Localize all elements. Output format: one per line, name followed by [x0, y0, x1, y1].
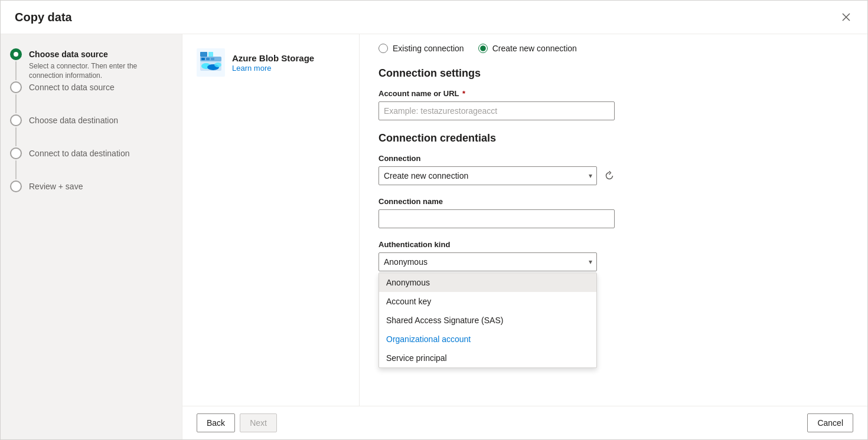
step-1-subtitle: Select a connector. Then enter the conne… — [29, 61, 172, 80]
footer-left: Back Next — [197, 413, 277, 432]
step-connect-data-source: Connect to data source — [10, 81, 172, 114]
svg-rect-5 — [211, 58, 214, 60]
dialog-title: Copy data — [15, 11, 72, 24]
main-content: Azure Blob Storage Learn more Existing c… — [182, 34, 867, 439]
new-connection-radio[interactable] — [478, 44, 488, 53]
step-choose-data-source: Choose data source Select a connector. T… — [10, 48, 172, 81]
step-connector-2 — [15, 94, 17, 113]
step-3-title: Choose data destination — [29, 114, 118, 126]
svg-rect-3 — [201, 58, 205, 60]
connection-select-wrapper: Create new connection ▾ — [378, 166, 597, 185]
auth-kind-field-group: Authentication kind Anonymous Account ke… — [378, 240, 849, 368]
connection-field-group: Connection Create new connection ▾ — [378, 154, 849, 185]
existing-connection-option[interactable]: Existing connection — [378, 44, 464, 53]
connector-name: Azure Blob Storage — [232, 53, 314, 63]
step-choose-destination: Choose data destination — [10, 114, 172, 147]
svg-rect-10 — [208, 52, 213, 57]
account-name-input[interactable] — [378, 101, 615, 120]
step-circle-2 — [10, 81, 22, 93]
connection-type-group: Existing connection Create new connectio… — [378, 44, 849, 53]
step-circle-4 — [10, 147, 22, 159]
auth-kind-select[interactable]: Anonymous Account key Shared Access Sign… — [378, 252, 597, 271]
connection-name-input[interactable]: Connection — [378, 209, 615, 228]
step-circle-3 — [10, 114, 22, 126]
credentials-title: Connection credentials — [378, 132, 849, 145]
svg-rect-4 — [206, 58, 210, 60]
content-area: Azure Blob Storage Learn more Existing c… — [182, 34, 867, 406]
copy-data-dialog: Copy data Choose data source Select a co… — [0, 0, 868, 440]
account-name-field-group: Account name or URL * — [378, 89, 849, 120]
connection-dropdown-row: Create new connection ▾ — [378, 166, 849, 185]
new-connection-label: Create new connection — [492, 44, 577, 53]
step-connector-4 — [15, 160, 17, 179]
step-5-title: Review + save — [29, 180, 83, 192]
connection-name-label: Connection name — [378, 197, 849, 206]
connection-select[interactable]: Create new connection — [378, 166, 597, 185]
back-button[interactable]: Back — [197, 413, 235, 432]
azure-blob-icon — [197, 48, 225, 77]
dropdown-item-anonymous[interactable]: Anonymous — [379, 273, 596, 292]
step-1-title: Choose data source — [29, 48, 172, 60]
connection-name-field-group: Connection name Connection — [378, 197, 849, 228]
connector-card: Azure Blob Storage Learn more — [197, 48, 345, 77]
account-name-label: Account name or URL * — [378, 89, 849, 98]
connector-panel: Azure Blob Storage Learn more — [182, 34, 360, 406]
required-indicator: * — [462, 89, 465, 98]
dropdown-item-org-account[interactable]: Organizational account — [379, 330, 596, 349]
dialog-header: Copy data — [1, 1, 867, 34]
new-connection-option[interactable]: Create new connection — [478, 44, 577, 53]
dropdown-item-service-principal[interactable]: Service principal — [379, 349, 596, 367]
auth-kind-dropdown-menu: Anonymous Account key Shared Access Sign… — [378, 272, 597, 368]
dialog-footer: Back Next Cancel — [182, 406, 867, 439]
close-button[interactable] — [839, 10, 853, 24]
auth-kind-label: Authentication kind — [378, 240, 849, 249]
step-review-save: Review + save — [10, 180, 172, 192]
step-4-title: Connect to data destination — [29, 147, 129, 159]
existing-connection-label: Existing connection — [393, 44, 464, 53]
credentials-section: Connection credentials Connection Create… — [378, 132, 849, 368]
sidebar: Choose data source Select a connector. T… — [1, 34, 182, 439]
settings-panel: Existing connection Create new connectio… — [360, 34, 867, 406]
dropdown-item-sas[interactable]: Shared Access Signature (SAS) — [379, 311, 596, 330]
refresh-button[interactable] — [602, 168, 617, 183]
connection-label: Connection — [378, 154, 849, 163]
connection-settings-title: Connection settings — [378, 67, 849, 80]
dialog-body: Choose data source Select a connector. T… — [1, 34, 867, 439]
connector-learn-more[interactable]: Learn more — [232, 64, 271, 73]
step-connector-3 — [15, 127, 17, 146]
cancel-button[interactable]: Cancel — [807, 413, 853, 432]
step-circle-1 — [10, 48, 22, 60]
next-button: Next — [240, 413, 277, 432]
step-circle-5 — [10, 180, 22, 192]
svg-rect-9 — [200, 52, 207, 57]
step-connector-1 — [15, 61, 17, 80]
step-connect-destination: Connect to data destination — [10, 147, 172, 180]
existing-connection-radio[interactable] — [378, 44, 388, 53]
dropdown-item-account-key[interactable]: Account key — [379, 292, 596, 311]
step-2-title: Connect to data source — [29, 81, 115, 93]
auth-kind-select-wrapper: Anonymous Account key Shared Access Sign… — [378, 252, 597, 271]
svg-point-8 — [214, 63, 221, 67]
